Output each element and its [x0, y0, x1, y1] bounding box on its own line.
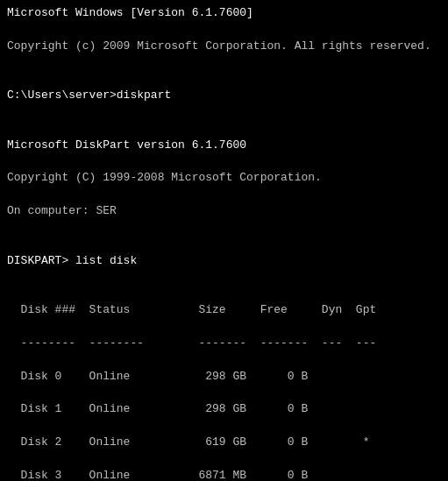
terminal-line-6: Copyright (C) 1999-2008 Microsoft Corpor…: [7, 170, 441, 187]
terminal-line-1: Copyright (c) 2009 Microsoft Corporation…: [7, 39, 441, 55]
terminal-line-14: Disk 1 Online 298 GB 0 B: [7, 401, 441, 418]
terminal-line-13: Disk 0 Online 298 GB 0 B: [7, 369, 441, 386]
terminal-line-7: On computer: SER: [7, 203, 441, 220]
terminal-line-0: Microsoft Windows [Version 6.1.7600]: [7, 5, 441, 22]
terminal-line-9: DISKPART> list disk: [7, 253, 441, 270]
terminal-line-12: -------- -------- ------- ------- --- --…: [7, 336, 441, 352]
terminal-line-3: C:\Users\server>diskpart: [7, 88, 441, 104]
terminal-line-11: Disk ### Status Size Free Dyn Gpt: [7, 302, 441, 319]
terminal-line-16: Disk 3 Online 6871 MB 0 B: [7, 468, 441, 481]
terminal-line-5: Microsoft DiskPart version 6.1.7600: [7, 138, 441, 154]
terminal-line-15: Disk 2 Online 619 GB 0 B *: [7, 435, 441, 451]
terminal-window: Microsoft Windows [Version 6.1.7600] Cop…: [7, 5, 441, 481]
